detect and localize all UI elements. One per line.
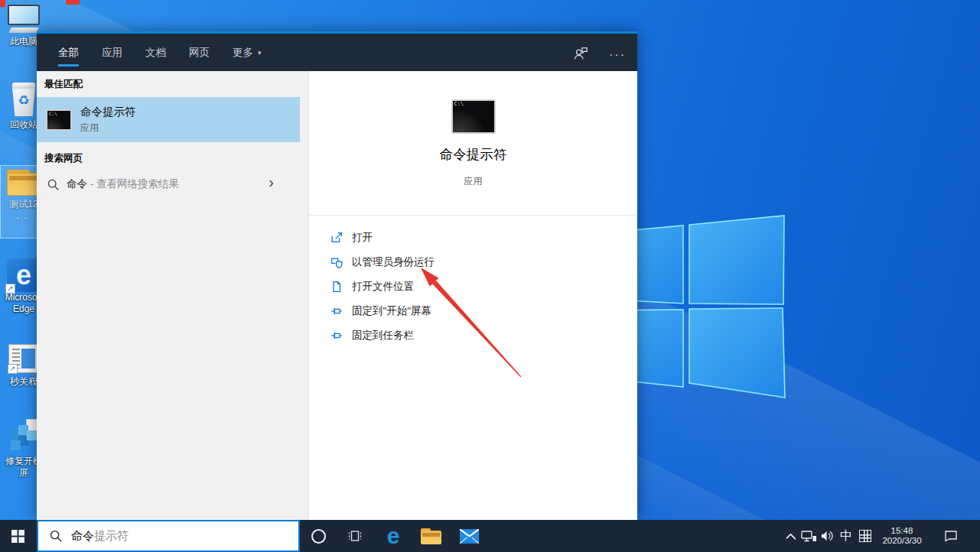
search-filter-header: 全部 应用 文档 网页 更多▾ ··· <box>37 34 637 71</box>
action-pin-to-taskbar[interactable]: 固定到任务栏 <box>309 323 637 348</box>
mail-button[interactable] <box>456 520 482 552</box>
web-search-result[interactable]: 命令 - 查看网络搜索结果 › <box>37 170 300 199</box>
command-prompt-icon: C:\ <box>46 109 72 131</box>
search-filter-tabs: 全部 应用 文档 网页 更多▾ <box>47 34 273 71</box>
search-icon <box>49 529 63 543</box>
action-center-icon <box>944 530 958 542</box>
command-prompt-icon-large: C:\ <box>451 99 496 134</box>
search-flyout-panel: 全部 应用 文档 网页 更多▾ ··· 最佳匹配 <box>37 31 637 520</box>
app-window-icon: ↗ <box>8 344 39 373</box>
action-run-as-admin[interactable]: 以管理员身份运行 <box>309 250 637 274</box>
pin-icon <box>330 329 343 343</box>
result-preview-pane: C:\ 命令提示符 应用 打开 <box>308 71 637 520</box>
shortcut-arrow-icon: ↗ <box>5 284 15 294</box>
best-match-result-command-prompt[interactable]: C:\ 命令提示符 应用 <box>37 97 300 142</box>
web-search-text: 命令 - 查看网络搜索结果 <box>67 177 179 191</box>
more-options-icon[interactable]: ··· <box>597 48 637 62</box>
search-suggestion-text: 提示符 <box>94 529 129 544</box>
taskbar: 命令 提示符 e <box>0 520 980 552</box>
taskbar-search-input[interactable]: 命令 提示符 <box>37 520 300 552</box>
search-typed-text: 命令 <box>71 529 94 544</box>
chevron-down-icon: ▾ <box>258 49 262 57</box>
edge-icon: e <box>387 524 400 547</box>
windows-desktop: 此电脑 ♻ 回收站 测试12 。。 e ↗ Microsoft Edge ↗ 秒 <box>0 0 980 552</box>
recycle-bin-icon: ♻ <box>11 84 37 116</box>
context-actions: 打开 以管理员身份运行 打开文件位置 <box>309 226 637 348</box>
file-explorer-button[interactable] <box>418 520 444 552</box>
shortcut-arrow-icon: ↗ <box>8 364 18 374</box>
folder-icon <box>7 170 41 196</box>
speaker-icon <box>820 530 835 542</box>
tab-all[interactable]: 全部 <box>47 34 90 71</box>
best-match-section-title: 最佳匹配 <box>44 78 83 91</box>
tray-ime-mode[interactable] <box>855 520 875 552</box>
tab-apps[interactable]: 应用 <box>90 34 134 71</box>
clock-date: 2020/3/30 <box>882 536 921 546</box>
task-view-button[interactable] <box>342 520 368 552</box>
preview-subtitle: 应用 <box>309 175 637 188</box>
folder-icon <box>421 528 441 544</box>
search-icon <box>47 178 60 191</box>
action-center-button[interactable] <box>939 520 962 552</box>
tray-volume[interactable] <box>817 520 837 552</box>
chevron-up-icon <box>786 533 796 540</box>
start-button[interactable] <box>0 520 36 552</box>
action-pin-to-start[interactable]: 固定到"开始"屏幕 <box>309 299 637 323</box>
edge-icon: e ↗ <box>7 258 41 292</box>
ime-language-label: 中 <box>840 528 852 544</box>
action-open-file-location[interactable]: 打开文件位置 <box>309 274 637 299</box>
divider <box>309 215 637 216</box>
edge-taskbar-button[interactable]: e <box>380 520 406 552</box>
cortana-button[interactable] <box>305 520 331 552</box>
ime-grid-icon <box>859 530 871 542</box>
this-pc-icon <box>8 5 40 33</box>
tab-web[interactable]: 网页 <box>177 34 221 71</box>
wallpaper-windows-logo <box>620 203 796 409</box>
account-feedback-icon[interactable] <box>564 45 597 65</box>
chevron-right-icon[interactable]: › <box>269 174 274 191</box>
tray-network[interactable] <box>799 520 819 552</box>
task-view-icon <box>347 528 363 544</box>
result-type: 应用 <box>80 122 136 135</box>
file-location-icon <box>330 280 343 294</box>
network-icon <box>801 530 817 543</box>
tab-documents[interactable]: 文档 <box>134 34 177 71</box>
screen-artifact-red-mark <box>0 0 5 7</box>
cortana-icon <box>311 529 326 544</box>
tray-clock[interactable]: 15:48 2020/3/30 <box>877 520 927 552</box>
clock-time: 15:48 <box>891 526 913 536</box>
tab-more[interactable]: 更多▾ <box>221 34 273 71</box>
shield-icon <box>330 255 343 269</box>
web-search-section-title: 搜索网页 <box>44 152 83 165</box>
windows-logo-icon <box>11 530 24 543</box>
screen-artifact-red-mark <box>66 0 80 5</box>
mail-icon <box>460 529 479 544</box>
tray-show-hidden-icons[interactable] <box>783 520 797 552</box>
pin-icon <box>330 304 343 318</box>
tray-ime-language[interactable]: 中 <box>837 520 855 552</box>
search-results-column: 最佳匹配 C:\ 命令提示符 应用 搜索网页 命 <box>37 71 308 520</box>
open-icon <box>330 231 343 245</box>
action-open[interactable]: 打开 <box>309 226 637 250</box>
preview-title: 命令提示符 <box>309 145 637 164</box>
result-title: 命令提示符 <box>80 105 136 119</box>
